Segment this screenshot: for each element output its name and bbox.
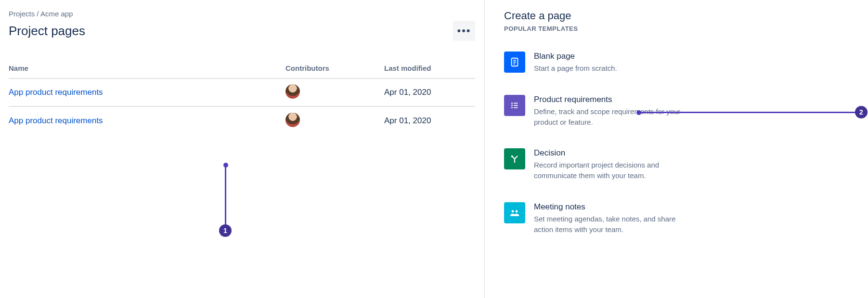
template-title: Meeting notes [534,202,693,212]
main-panel: Projects / Acme app Project pages ••• Na… [0,0,484,298]
template-desc: Set meeting agendas, take notes, and sha… [534,214,693,235]
template-desc: Record important project decisions and c… [534,160,693,181]
list-icon [504,95,525,116]
avatar[interactable] [285,113,300,127]
page-link[interactable]: App product requirements [9,88,103,97]
sidebar-title: Create a page [504,10,839,22]
template-title: Decision [534,148,693,158]
table-row[interactable]: App product requirements Apr 01, 2020 [9,79,475,107]
col-header-contributors: Contributors [285,64,384,72]
template-product-requirements[interactable]: Product requirements Define, track and s… [504,95,839,128]
table-row[interactable]: App product requirements Apr 01, 2020 [9,107,475,135]
annotation-1-line [225,165,226,226]
svg-point-4 [511,103,513,104]
template-desc: Start a page from scratch. [534,63,617,74]
template-desc: Define, track and scope requirements for… [534,106,693,128]
people-icon [504,202,525,223]
sidebar-subhead: POPULAR TEMPLATES [504,25,839,32]
template-blank-page[interactable]: Blank page Start a page from scratch. [504,52,839,74]
avatar[interactable] [285,84,300,99]
breadcrumb-sep: / [35,10,40,18]
annotation-badge-1: 1 [219,224,232,237]
breadcrumb-projects[interactable]: Projects [9,10,35,18]
col-header-modified: Last modified [384,64,475,72]
page-title: Project pages [9,24,85,39]
svg-point-5 [511,104,513,106]
template-decision[interactable]: Decision Record important project decisi… [504,148,839,181]
fork-icon [504,148,525,169]
breadcrumb-acme[interactable]: Acme app [40,10,73,18]
page-icon [504,52,525,73]
cell-modified: Apr 01, 2020 [384,116,475,126]
breadcrumb: Projects / Acme app [9,10,475,18]
table-header: Name Contributors Last modified [9,64,475,79]
page-link[interactable]: App product requirements [9,116,103,125]
svg-point-10 [512,210,514,212]
svg-point-11 [516,210,518,212]
template-meeting-notes[interactable]: Meeting notes Set meeting agendas, take … [504,202,839,235]
svg-point-6 [511,107,513,108]
col-header-name: Name [9,64,285,72]
annotation-2-line [638,112,856,113]
cell-modified: Apr 01, 2020 [384,88,475,97]
create-page-sidebar: Create a page POPULAR TEMPLATES Blank pa… [484,0,868,298]
template-title: Blank page [534,52,617,61]
template-title: Product requirements [534,95,693,104]
more-actions-button[interactable]: ••• [453,21,475,41]
annotation-badge-2: 2 [855,106,868,118]
